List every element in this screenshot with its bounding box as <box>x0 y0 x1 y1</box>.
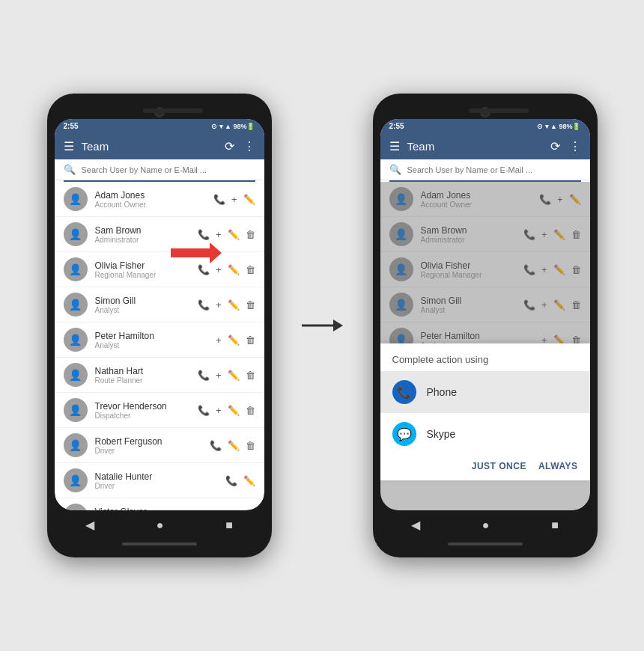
user-item-peter[interactable]: 👤 Peter Hamilton Analyst + ✏️ 🗑 <box>55 323 264 358</box>
phone-icon-sam[interactable]: 📞 <box>198 229 210 240</box>
name-peter: Peter Hamilton <box>95 331 216 341</box>
add-icon-adam[interactable]: + <box>231 194 237 205</box>
skype-option[interactable]: 💬 Skype <box>380 413 590 455</box>
user-item-adam[interactable]: 👤 Adam Jones Account Owner 📞 + ✏️ <box>55 182 264 217</box>
more-icon-1[interactable]: ⋮ <box>243 139 255 153</box>
edit-icon-robert[interactable]: ✏️ <box>228 440 240 451</box>
bottom-sheet: Complete action using 📞 Phone 💬 Skype JU… <box>380 343 590 480</box>
user-item-sam[interactable]: 👤 Sam Brown Administrator 📞 + ✏️ 🗑 <box>55 217 264 252</box>
screen-2: 2:55 ⊙ ▾ ▲ 98%🔋 ☰ Team ⟳ ⋮ 🔍 <box>380 119 590 510</box>
app-bar-1: ☰ Team ⟳ ⋮ <box>55 133 264 159</box>
info-robert: Robert Ferguson Driver <box>95 436 210 455</box>
delete-icon-victor[interactable]: 🗑 <box>246 510 255 511</box>
search-bar-1: 🔍 <box>55 159 264 180</box>
avatar-adam: 👤 <box>64 187 88 211</box>
search-input-1[interactable] <box>82 165 255 174</box>
actions-nathan: 📞 + ✏️ 🗑 <box>198 370 255 381</box>
edit-icon-trevor[interactable]: ✏️ <box>228 405 240 416</box>
phone-option[interactable]: 📞 Phone <box>380 371 590 413</box>
app-bar-icons-2: ⟳ ⋮ <box>550 139 581 153</box>
role-nathan: Route Planner <box>95 376 198 385</box>
delete-icon-trevor[interactable]: 🗑 <box>246 405 255 416</box>
avatar-robert: 👤 <box>64 433 88 457</box>
app-title-1: Team <box>82 140 217 153</box>
nav-bar-2: ◀ ● ■ <box>380 510 590 538</box>
name-sam: Sam Brown <box>95 225 198 236</box>
phone-icon-trevor[interactable]: 📞 <box>198 405 210 416</box>
info-natalie: Natalie Hunter Driver <box>95 471 225 490</box>
home-btn-2[interactable]: ● <box>482 519 490 532</box>
info-trevor: Trevor Henderson Dispatcher <box>95 401 198 420</box>
hamburger-icon-2[interactable]: ☰ <box>389 139 400 153</box>
hamburger-icon-1[interactable]: ☰ <box>64 139 74 153</box>
info-victor: Victor Glover Driver <box>95 507 210 511</box>
edit-icon-victor[interactable]: ✏️ <box>228 510 240 511</box>
phone-icon-natalie[interactable]: 📞 <box>225 475 237 486</box>
delete-icon-olivia[interactable]: 🗑 <box>246 264 255 275</box>
edit-icon-sam[interactable]: ✏️ <box>228 229 240 240</box>
phone-icon-adam[interactable]: 📞 <box>213 194 225 205</box>
recents-btn-1[interactable]: ■ <box>225 519 233 532</box>
info-simon: Simon Gill Analyst <box>95 296 198 314</box>
sheet-buttons: JUST ONCE ALWAYS <box>380 455 590 480</box>
add-icon-sam[interactable]: + <box>216 229 222 240</box>
edit-icon-adam[interactable]: ✏️ <box>243 194 255 205</box>
phone-icon-olivia[interactable]: 📞 <box>198 264 210 275</box>
transition-arrow <box>302 317 343 334</box>
phone-icon-robert[interactable]: 📞 <box>210 440 222 451</box>
add-icon-olivia[interactable]: + <box>216 264 222 275</box>
add-icon-nathan[interactable]: + <box>216 370 222 381</box>
just-once-button[interactable]: JUST ONCE <box>472 461 526 471</box>
delete-icon-nathan[interactable]: 🗑 <box>246 370 255 381</box>
role-trevor: Dispatcher <box>95 412 198 420</box>
avatar-nathan: 👤 <box>64 363 88 387</box>
phone-icon-victor[interactable]: 📞 <box>210 510 222 511</box>
role-simon: Analyst <box>95 306 198 314</box>
name-simon: Simon Gill <box>95 296 198 306</box>
edit-icon-natalie[interactable]: ✏️ <box>243 475 255 486</box>
user-item-simon[interactable]: 👤 Simon Gill Analyst 📞 + ✏️ 🗑 <box>55 287 264 323</box>
always-button[interactable]: ALWAYS <box>538 461 578 471</box>
svg-marker-2 <box>333 320 343 331</box>
status-icons-2: ⊙ ▾ ▲ 98%🔋 <box>537 123 580 130</box>
add-icon-trevor[interactable]: + <box>216 405 222 416</box>
recents-btn-2[interactable]: ■ <box>551 519 559 532</box>
actions-trevor: 📞 + ✏️ 🗑 <box>198 405 255 416</box>
add-icon-simon[interactable]: + <box>216 299 222 311</box>
screen-1: 2:55 ⊙ ▾ ▲ 98%🔋 ☰ Team ⟳ ⋮ 🔍 <box>55 119 264 510</box>
edit-icon-peter[interactable]: ✏️ <box>228 334 240 346</box>
avatar-olivia: 👤 <box>64 257 88 281</box>
search-input-2[interactable] <box>407 165 581 174</box>
search-icon-2: 🔍 <box>389 164 401 175</box>
role-adam: Account Owner <box>95 201 213 209</box>
delete-icon-simon[interactable]: 🗑 <box>246 299 255 311</box>
phone-icon-simon[interactable]: 📞 <box>198 299 210 311</box>
back-btn-2[interactable]: ◀ <box>411 518 420 532</box>
user-item-olivia[interactable]: 👤 Olivia Fisher Regional Manager 📞 + ✏️ … <box>55 252 264 287</box>
delete-icon-sam[interactable]: 🗑 <box>246 229 255 240</box>
delete-icon-robert[interactable]: 🗑 <box>246 440 255 451</box>
home-btn-1[interactable]: ● <box>157 519 164 532</box>
search-icon-1: 🔍 <box>64 164 76 175</box>
add-icon-peter[interactable]: + <box>216 334 222 346</box>
user-item-natalie[interactable]: 👤 Natalie Hunter Driver 📞 ✏️ <box>55 463 264 498</box>
info-sam: Sam Brown Administrator <box>95 225 198 244</box>
phone-icon-nathan[interactable]: 📞 <box>198 370 210 381</box>
edit-icon-olivia[interactable]: ✏️ <box>228 264 240 275</box>
refresh-icon-2[interactable]: ⟳ <box>550 139 560 153</box>
role-natalie: Driver <box>95 482 225 490</box>
more-icon-2[interactable]: ⋮ <box>569 139 581 153</box>
avatar-trevor: 👤 <box>64 398 88 422</box>
delete-icon-peter[interactable]: 🗑 <box>246 334 255 346</box>
edit-icon-nathan[interactable]: ✏️ <box>228 370 240 381</box>
user-item-trevor[interactable]: 👤 Trevor Henderson Dispatcher 📞 + ✏️ 🗑 <box>55 393 264 428</box>
phone-body-2: 2:55 ⊙ ▾ ▲ 98%🔋 ☰ Team ⟳ ⋮ 🔍 <box>373 94 598 557</box>
refresh-icon-1[interactable]: ⟳ <box>225 139 234 153</box>
edit-icon-simon[interactable]: ✏️ <box>228 299 240 311</box>
user-item-robert[interactable]: 👤 Robert Ferguson Driver 📞 ✏️ 🗑 <box>55 428 264 463</box>
actions-olivia: 📞 + ✏️ 🗑 <box>198 264 255 275</box>
back-btn-1[interactable]: ◀ <box>85 518 94 532</box>
user-item-victor[interactable]: 👤 Victor Glover Driver 📞 ✏️ 🗑 <box>55 498 264 510</box>
user-item-nathan[interactable]: 👤 Nathan Hart Route Planner 📞 + ✏️ 🗑 <box>55 358 264 393</box>
user-list-1: 👤 Adam Jones Account Owner 📞 + ✏️ 👤 <box>55 182 264 510</box>
